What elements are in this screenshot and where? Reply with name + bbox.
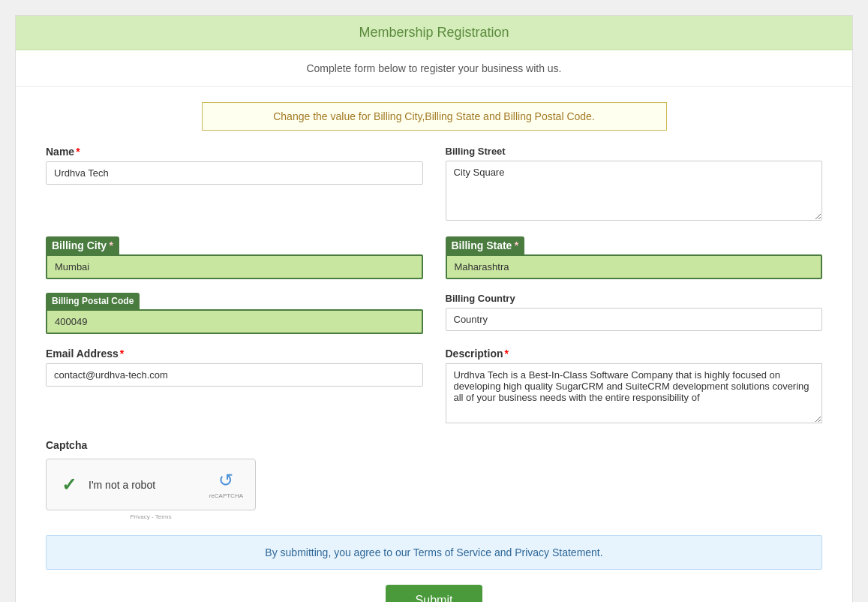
recaptcha-logo: ↺ reCAPTCHA: [209, 470, 243, 499]
description-input[interactable]: [446, 363, 823, 423]
terms-bar: By submitting, you agree to our Terms of…: [46, 535, 822, 570]
captcha-box[interactable]: ✓ I'm not a robot ↺ reCAPTCHA: [46, 459, 256, 510]
email-label: Email Address*: [46, 348, 423, 360]
billing-postal-col: Billing Postal Code: [46, 293, 423, 334]
name-required: *: [76, 146, 80, 158]
page-container: Membership Registration Complete form be…: [15, 15, 853, 602]
billing-city-col: Billing City *: [46, 236, 423, 279]
captcha-not-robot-text: I'm not a robot: [89, 479, 200, 491]
billing-country-col: Billing Country: [446, 293, 823, 334]
terms-text: By submitting, you agree to our Terms of…: [265, 546, 602, 558]
subtitle-bar: Complete form below to register your bus…: [16, 50, 852, 87]
submit-button[interactable]: Submit: [386, 585, 483, 602]
billing-state-group: Billing State *: [446, 236, 823, 279]
billing-street-label: Billing Street: [446, 146, 823, 157]
captcha-footer: Privacy - Terms: [46, 513, 256, 520]
billing-postal-input[interactable]: [46, 309, 423, 334]
billing-city-input[interactable]: [46, 254, 423, 279]
checkmark-icon: ✓: [62, 474, 77, 495]
name-label: Name*: [46, 146, 423, 158]
form-row-1: Name* Billing Street: [46, 146, 822, 223]
page-title: Membership Registration: [25, 25, 843, 41]
billing-state-input[interactable]: [446, 254, 823, 279]
email-required: *: [120, 348, 124, 360]
description-required: *: [505, 348, 509, 360]
subtitle-text: Complete form below to register your bus…: [306, 62, 561, 74]
billing-state-label: Billing State *: [446, 236, 525, 254]
terms-link[interactable]: Terms of Service: [413, 546, 491, 558]
email-input[interactable]: [46, 363, 423, 387]
email-col: Email Address*: [46, 348, 423, 426]
privacy-link[interactable]: Privacy Statement: [515, 546, 600, 558]
page-header: Membership Registration: [16, 16, 852, 50]
billing-postal-label: Billing Postal Code: [46, 293, 140, 309]
billing-street-col: Billing Street: [446, 146, 823, 223]
billing-city-label: Billing City *: [46, 236, 119, 254]
recaptcha-icon: ↺: [218, 470, 233, 491]
description-label: Description*: [446, 348, 823, 360]
description-col: Description*: [446, 348, 823, 426]
form-row-2: Billing City * Billing State *: [46, 236, 822, 279]
captcha-label: Captcha: [46, 439, 822, 451]
billing-country-label: Billing Country: [446, 293, 823, 304]
submit-row: Submit: [46, 585, 822, 602]
billing-state-col: Billing State *: [446, 236, 823, 279]
name-input[interactable]: [46, 161, 423, 185]
form-row-4: Email Address* Description*: [46, 348, 822, 426]
recaptcha-brand: reCAPTCHA: [209, 492, 243, 499]
alert-text: Change the value for Billing City,Billin…: [273, 110, 595, 122]
form-row-3: Billing Postal Code Billing Country: [46, 293, 822, 334]
billing-street-input[interactable]: [446, 161, 823, 221]
billing-postal-group: Billing Postal Code: [46, 293, 423, 334]
billing-country-input[interactable]: [446, 308, 823, 331]
form-area: Change the value for Billing City,Billin…: [16, 87, 852, 602]
name-col: Name*: [46, 146, 423, 223]
billing-city-group: Billing City *: [46, 236, 423, 279]
alert-box: Change the value for Billing City,Billin…: [202, 102, 667, 131]
captcha-section: Captcha ✓ I'm not a robot ↺ reCAPTCHA Pr…: [46, 439, 822, 520]
captcha-check: ✓: [59, 474, 80, 495]
